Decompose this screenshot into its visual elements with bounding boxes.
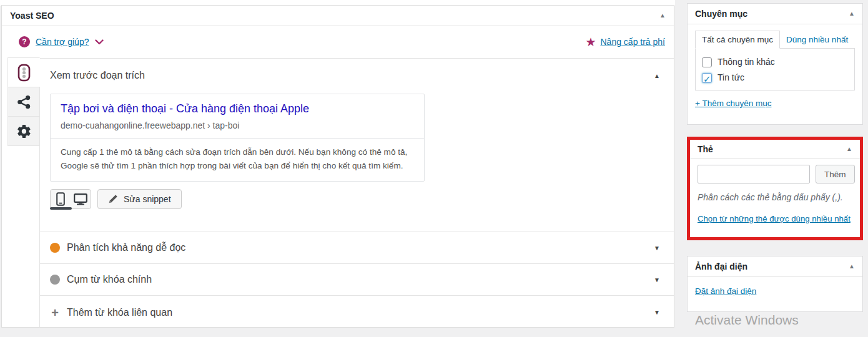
snippet-title-block: Tập bơi và điện thoại - Cửa hàng điện th… — [51, 94, 424, 138]
readability-section[interactable]: Phân tích khả năng dễ đọc ▼ — [40, 232, 674, 263]
upgrade-group: ★ Nâng cấp trả phí — [585, 36, 665, 48]
snippet-preview-header: Xem trước đoạn trích ▲ — [50, 70, 674, 81]
star-icon: ★ — [585, 36, 596, 48]
add-keyphrase-section[interactable]: + Thêm từ khóa liên quan ▼ — [40, 295, 674, 329]
edit-snippet-label: Sửa snippet — [124, 194, 171, 204]
checkbox[interactable] — [702, 57, 712, 67]
category-label: Tin tức — [718, 70, 744, 85]
collapse-panel-icon[interactable]: ▲ — [659, 12, 666, 19]
chevron-down-icon[interactable]: ▼ — [654, 309, 660, 316]
snippet-result-title[interactable]: Tập bơi và điện thoại - Cửa hàng điện th… — [61, 102, 414, 115]
category-label: Thông tin khác — [718, 54, 775, 70]
keyphrase-status-icon — [50, 275, 60, 285]
category-item[interactable]: Thông tin khác — [702, 54, 848, 70]
tag-input-row: Thêm — [698, 165, 852, 183]
categories-tabs: Tất cả chuyên mục Dùng nhiều nhất — [695, 31, 855, 48]
tab-seo-analysis[interactable] — [7, 57, 40, 87]
device-toggle-group — [50, 189, 91, 209]
collapse-panel-icon[interactable]: ▲ — [849, 263, 855, 270]
chevron-down-icon[interactable] — [95, 39, 104, 45]
categories-body: Tất cả chuyên mục Dùng nhiều nhất Thông … — [688, 24, 862, 115]
snippet-toolbar: Sửa snippet — [50, 189, 674, 209]
tab-social-share[interactable] — [7, 87, 40, 117]
chevron-down-icon[interactable]: ▼ — [654, 276, 660, 283]
mobile-preview-button[interactable] — [51, 190, 71, 208]
featured-image-panel: Ảnh đại diện ▲ Đặt ảnh đại diện — [687, 256, 863, 312]
categories-title: Chuyên mục — [695, 9, 747, 19]
set-featured-image-link[interactable]: Đặt ảnh đại diện — [695, 286, 756, 296]
category-checklist: Thông tin khác Tin tức — [695, 48, 855, 90]
featured-image-header[interactable]: Ảnh đại diện ▲ — [688, 256, 862, 277]
edit-snippet-button[interactable]: Sửa snippet — [97, 189, 182, 209]
focus-keyphrase-section[interactable]: Cụm từ khóa chính ▼ — [40, 263, 674, 295]
tag-input[interactable] — [698, 165, 810, 183]
featured-image-body: Đặt ảnh đại diện — [688, 277, 862, 303]
readability-label: Phân tích khả năng dễ đọc — [67, 242, 185, 253]
need-help-link[interactable]: Cần trợ giúp? — [36, 37, 89, 47]
yoast-seo-metabox: Yoast SEO ▲ ? Cần trợ giúp? ★ Nâng cấp t… — [1, 5, 674, 328]
category-item[interactable]: Tin tức — [702, 70, 848, 85]
plus-icon: + — [50, 306, 60, 319]
readability-status-icon — [50, 243, 60, 253]
categories-panel: Chuyên mục ▲ Tất cả chuyên mục Dùng nhiề… — [687, 3, 863, 125]
add-tag-button[interactable]: Thêm — [816, 165, 855, 183]
tab-most-used[interactable]: Dùng nhiều nhất — [780, 31, 854, 48]
checkbox[interactable] — [702, 73, 712, 83]
activate-windows-watermark: Activate Windows — [695, 313, 799, 328]
snippet-preview-title: Xem trước đoạn trích — [50, 70, 145, 81]
google-snippet-preview: Tập bơi và điện thoại - Cửa hàng điện th… — [50, 94, 425, 182]
monitor-icon — [74, 193, 87, 205]
choose-most-used-tags-link[interactable]: Chọn từ những thẻ được dùng nhiều nhất — [698, 214, 851, 223]
share-icon — [17, 95, 31, 109]
add-keyphrase-label: Thêm từ khóa liên quan — [67, 307, 172, 318]
featured-image-title: Ảnh đại diện — [695, 261, 747, 271]
snippet-result-url: demo-cuahangonline.freewebapp.net › tap-… — [61, 120, 414, 130]
yoast-vertical-tabs — [7, 58, 40, 146]
upgrade-premium-link[interactable]: Nâng cấp trả phí — [600, 37, 665, 47]
collapse-panel-icon[interactable]: ▲ — [846, 146, 852, 152]
tags-header[interactable]: Thẻ ▲ — [690, 140, 860, 159]
tags-panel-highlighted: Thẻ ▲ Thêm Phân cách các thẻ bằng dấu ph… — [687, 137, 863, 240]
snippet-preview-section: Xem trước đoạn trích ▲ Tập bơi và điện t… — [40, 59, 674, 232]
tab-all-categories[interactable]: Tất cả chuyên mục — [695, 31, 780, 49]
desktop-preview-button[interactable] — [71, 190, 91, 208]
focus-keyphrase-label: Cụm từ khóa chính — [67, 274, 152, 285]
categories-header[interactable]: Chuyên mục ▲ — [688, 4, 862, 24]
help-row: ? Cần trợ giúp? ★ Nâng cấp trả phí — [2, 26, 674, 58]
gear-icon — [16, 124, 32, 139]
tags-title: Thẻ — [698, 144, 713, 154]
smartphone-icon — [56, 192, 65, 206]
snippet-result-description: Cung cấp 1 thẻ mô tả bằng cách sửa đoạn … — [51, 138, 424, 181]
chevron-down-icon[interactable]: ▼ — [654, 245, 660, 252]
add-category-link[interactable]: + Thêm chuyên mục — [695, 99, 771, 108]
tab-advanced-settings[interactable] — [7, 116, 40, 146]
collapse-panel-icon[interactable]: ▲ — [849, 11, 855, 17]
metabox-header: Yoast SEO ▲ — [2, 6, 674, 26]
yoast-content-area: Xem trước đoạn trích ▲ Tập bơi và điện t… — [39, 58, 674, 327]
metabox-title: Yoast SEO — [10, 11, 54, 21]
traffic-light-icon — [17, 64, 31, 82]
help-icon: ? — [19, 36, 30, 47]
tags-body: Thêm Phân cách các thẻ bằng dấu phẩy (,)… — [690, 159, 860, 231]
tag-hint-text: Phân cách các thẻ bằng dấu phẩy (,). — [698, 192, 852, 202]
pencil-icon — [108, 194, 118, 204]
active-device-underline — [50, 207, 72, 210]
collapse-section-icon[interactable]: ▲ — [654, 72, 660, 79]
